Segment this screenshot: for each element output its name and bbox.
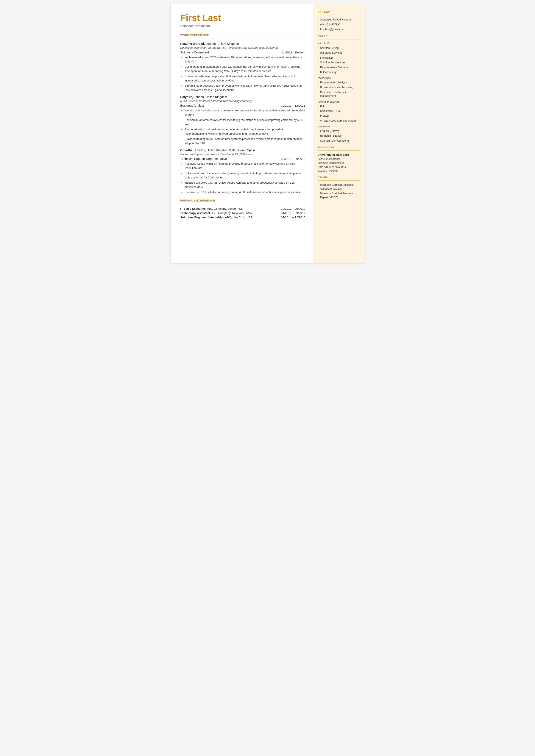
job-row-2: Business Analyst 10/2019 – 12/2021 xyxy=(180,104,305,107)
hard-skill-5: Requirements Gathering xyxy=(318,66,360,70)
other-item-2: Microsoft Certified Solutions Expert (MC… xyxy=(318,192,360,199)
prev-exp-dates-1: 10/2017 – 05/2018 xyxy=(281,207,305,210)
bullet-2-3: Partnered with small businesses to under… xyxy=(185,127,305,136)
techniques-label: Techniques: xyxy=(318,76,360,79)
company-location-1: London, United Kingdom xyxy=(205,42,239,45)
tools-list: ITIL Salesforce (CRM) PL/SQL Amazon Web … xyxy=(318,104,360,123)
contact-item-3: first.last@gmail.com xyxy=(318,28,360,32)
tools-label: Tools and Software: xyxy=(318,100,360,103)
hard-skill-6: IT Consulting xyxy=(318,70,360,74)
prev-role-bold-2: Technology Assistant, xyxy=(180,211,211,215)
company-name-2: Polyhire, xyxy=(180,95,193,99)
technique-2: Business Process Modeling xyxy=(318,86,360,90)
bullet-2-1: Worked with the sales team to create a n… xyxy=(185,108,305,117)
job-bullets-2: Worked with the sales team to create a n… xyxy=(180,108,305,145)
prev-exp-left-3: Solutions Engineer (Internship), ABC, Ne… xyxy=(180,216,253,219)
bullet-3-1: Resolved issues within 24 hours by provi… xyxy=(185,162,305,170)
job-block-3: Growthsi, London, United Kingdom & Barce… xyxy=(180,148,305,194)
prev-exp-row-1: IT Sales Executive, ABC Company, London,… xyxy=(180,207,305,210)
hard-skill-1: Solution Selling xyxy=(318,46,360,50)
bullet-1-3: Created a web-based application that ena… xyxy=(185,74,305,83)
university-name: University of New York xyxy=(318,153,360,156)
job-block-2: Polyhire, London, United Kingdom NYSE-li… xyxy=(180,95,305,145)
company-name-3: Growthsi, xyxy=(180,149,194,152)
prev-experience-divider xyxy=(180,204,305,204)
prev-exp-left-1: IT Sales Executive, ABC Company, London,… xyxy=(180,207,243,210)
job-bullets-1: Implemented a new CRM system for 40 orga… xyxy=(180,55,305,92)
job-dates-3: 06/2018 – 09/2019 xyxy=(281,157,305,160)
hard-skills-list: Solution Selling Managed Services Integr… xyxy=(318,46,360,74)
contact-item-1: Somerset, United Kingdom xyxy=(318,18,360,22)
bullet-2-2: Devised an automated system for monitori… xyxy=(185,118,305,126)
work-experience-heading: WORK EXPERIENCE xyxy=(180,34,305,37)
hard-skills-label: Hard Skills: xyxy=(318,42,360,45)
bullet-2-4: Provided training to 3K users on new sys… xyxy=(185,137,305,145)
languages-list: English (Native) Romanian (Native) Spani… xyxy=(318,129,360,143)
bullet-3-2: Collaborated with the sales and engineer… xyxy=(185,171,305,180)
applicant-title: Solutions Consultant xyxy=(180,24,305,28)
tool-3: PL/SQL xyxy=(318,114,360,118)
main-column: First Last Solutions Consultant WORK EXP… xyxy=(171,4,313,263)
prev-role-bold-3: Solutions Engineer (Internship), xyxy=(180,216,225,219)
edu-degree: Bachelor of Science Business Management … xyxy=(318,157,360,173)
prev-experience-heading: PREVIOUS EXPERIENCE xyxy=(180,199,305,202)
prev-exp-left-2: Technology Assistant, XYZ Company, New Y… xyxy=(180,211,252,215)
company-header-3: Growthsi, London, United Kingdom & Barce… xyxy=(180,148,305,152)
work-experience-divider xyxy=(180,39,305,39)
company-location-2: London, United Kingdom xyxy=(193,95,227,99)
prev-exp-row-2: Technology Assistant, XYZ Company, New Y… xyxy=(180,211,305,215)
company-desc-3: Career training and membership SaaS with… xyxy=(180,153,305,156)
bullet-3-4: Received an 87% satisfaction rating amon… xyxy=(185,190,305,194)
applicant-name: First Last xyxy=(180,13,305,23)
company-name-1: Resume Worded, xyxy=(180,42,205,45)
technique-1: Requirements Analysis xyxy=(318,81,360,85)
language-3: Spanish (Conversational) xyxy=(318,139,360,143)
other-item-1: Microsoft Certified Solutions Associate … xyxy=(318,183,360,191)
company-desc-1: Education technology startup with 50+ em… xyxy=(180,46,305,49)
prev-role-bold-1: IT Sales Executive, xyxy=(180,207,207,210)
contact-item-2: +44 1234567890 xyxy=(318,23,360,27)
hard-skill-3: Integration xyxy=(318,56,360,60)
bullet-1-2: Designed and implemented a data warehous… xyxy=(185,65,305,73)
bullet-1-1: Implemented a new CRM system for 40 orga… xyxy=(185,55,305,64)
job-title-2: Business Analyst xyxy=(180,104,204,107)
prev-role-rest-2: XYZ Company, New York, USA xyxy=(211,211,252,215)
contact-list: Somerset, United Kingdom +44 1234567890 … xyxy=(318,18,360,32)
company-header-2: Polyhire, London, United Kingdom xyxy=(180,95,305,99)
techniques-list: Requirements Analysis Business Process M… xyxy=(318,81,360,98)
hard-skill-2: Managed Services xyxy=(318,51,360,55)
education-heading: EDUCATION xyxy=(318,146,360,149)
skills-divider xyxy=(318,39,360,40)
bullet-1-4: Streamlined processes that improved effi… xyxy=(185,84,305,92)
tool-1: ITIL xyxy=(318,104,360,108)
job-dates-1: 01/2022 – Present xyxy=(281,51,305,54)
prev-role-rest-3: ABC, New York, USA xyxy=(224,216,253,219)
prev-exp-dates-3: 07/2014 – 12/2015 xyxy=(281,216,305,219)
job-row-1: Solutions Consultant 01/2022 – Present xyxy=(180,51,305,54)
language-2: Romanian (Native) xyxy=(318,134,360,138)
prev-exp-row-3: Solutions Engineer (Internship), ABC, Ne… xyxy=(180,216,305,219)
bullet-3-3: Installed Windows OS, MS Office, Adobe A… xyxy=(185,181,305,189)
languages-label: Languages: xyxy=(318,125,360,128)
language-1: English (Native) xyxy=(318,129,360,133)
other-heading: OTHER xyxy=(318,176,360,179)
job-title-3: Technical Support Representative xyxy=(180,157,227,160)
job-bullets-3: Resolved issues within 24 hours by provi… xyxy=(180,162,305,194)
tool-4: Amazon Web Services (AWS) xyxy=(318,119,360,123)
company-location-3: London, United Kingdom & Barcelona, Spai… xyxy=(194,149,255,152)
job-block-1: Resume Worded, London, United Kingdom Ed… xyxy=(180,42,305,92)
prev-exp-dates-2: 01/2016 – 09/2017 xyxy=(281,211,305,215)
sidebar: CONTACT Somerset, United Kingdom +44 123… xyxy=(313,4,365,263)
tool-2: Salesforce (CRM) xyxy=(318,109,360,113)
skills-heading: SKILLS xyxy=(318,35,360,38)
contact-heading: CONTACT xyxy=(318,11,360,14)
company-header-1: Resume Worded, London, United Kingdom xyxy=(180,42,305,46)
company-desc-2: NYSE-listed recruitment and employer bra… xyxy=(180,99,305,102)
hard-skill-4: Solution Architecture xyxy=(318,61,360,65)
job-title-1: Solutions Consultant xyxy=(180,51,209,54)
prev-role-rest-1: ABC Company, London, UK xyxy=(207,207,243,210)
resume-container: First Last Solutions Consultant WORK EXP… xyxy=(171,4,365,263)
technique-3: Customer Relationship Management xyxy=(318,91,360,98)
job-dates-2: 10/2019 – 12/2021 xyxy=(281,104,305,107)
other-list: Microsoft Certified Solutions Associate … xyxy=(318,183,360,199)
